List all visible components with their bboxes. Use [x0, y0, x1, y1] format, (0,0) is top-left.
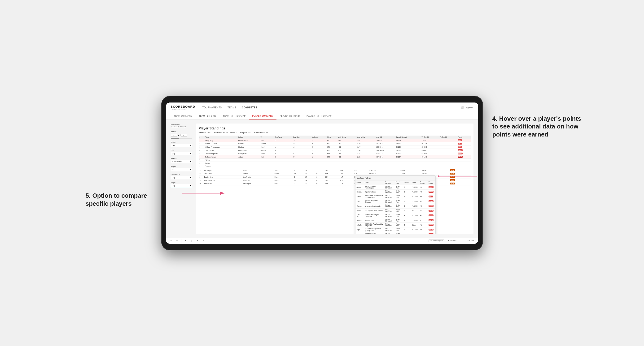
subnav-team-summary[interactable]: TEAM SUMMARY: [171, 113, 196, 120]
col-reg-rank: Reg Rank: [274, 136, 292, 139]
table-row[interactable]: 7Nichi...: [199, 159, 471, 162]
left-annotation-text: 5. Option to compare specific players: [86, 192, 147, 207]
refresh-button[interactable]: ↺: [195, 239, 199, 242]
cell-school: Arizona State: [238, 139, 260, 142]
tcol-player: Player: [356, 180, 364, 185]
tooltip-header-row: Player Event Event Division Event Type R…: [356, 180, 436, 185]
table-row[interactable]: 2 Michael La Sasso Ole Miss Second 11806…: [199, 142, 471, 145]
watch-button[interactable]: 👁 Watch ▾: [446, 239, 458, 242]
filter-division-label: Division: [171, 158, 192, 159]
standings-table: # Player School Yr Reg Rank Conf Rank No…: [199, 136, 471, 168]
gender-dropdown[interactable]: Men ▾: [171, 144, 192, 147]
table-row[interactable]: 9Presto...: [199, 165, 471, 168]
update-time-label: Update time:: [171, 124, 180, 125]
copy-button[interactable]: ⎘: [190, 239, 193, 242]
bottom-toolbar: ↩ ↪ ⬇ ⎘ ↺ ⏱ 👁 View: Original 👁 Watch ▾ ⬇: [166, 238, 478, 244]
tooltip-table: Player Event Event Division Event Type R…: [356, 180, 436, 234]
filter-year: Year (All) ▾: [171, 150, 192, 155]
left-annotation: 5. Option to compare specific players: [86, 192, 152, 208]
subnav-team-h2h-grid[interactable]: TEAM H2H GRID: [195, 113, 220, 120]
download-icon-button[interactable]: ⬇: [460, 239, 464, 242]
table-row[interactable]: 22 Ian GilliganFloridaThird 1024168.7-0.…: [199, 169, 471, 172]
subnav-team-h2h-heatmap[interactable]: TEAM H2H HEATMAP: [220, 113, 249, 120]
cell-points[interactable]: [457, 162, 470, 165]
player-dropdown[interactable]: (All) ▾: [171, 184, 192, 187]
standings-gender-label: Gender:: [199, 132, 206, 134]
table-row[interactable]: 8Matts...: [199, 162, 471, 165]
cell-points[interactable]: [457, 165, 470, 168]
share-icon: ⬆: [467, 240, 469, 242]
col-overall: Overall Record: [395, 136, 420, 139]
subnav-player-h2h-heatmap[interactable]: PLAYER H2H HEATMAP: [303, 113, 335, 120]
division-dropdown[interactable]: NCAA Division I ▾: [171, 160, 192, 163]
region-dropdown[interactable]: N/A ▾: [171, 168, 192, 171]
filter-no-rds: No Rds. -: [171, 131, 192, 139]
col-school: School: [238, 136, 260, 139]
cell-points[interactable]: 68.94: [457, 149, 470, 152]
undo-button[interactable]: ↩: [169, 239, 173, 242]
subnav-player-h2h-grid[interactable]: PLAYER H2H GRID: [276, 113, 303, 120]
filter-gender-label: Gender: [171, 142, 192, 143]
logo-area: SCOREBOARD Powered by clippi: [171, 105, 195, 110]
cell-points[interactable]: 70.2: [457, 145, 470, 149]
col-no-rds: No Rds.: [311, 136, 326, 139]
table-row[interactable]: 3 Michael Thorbjornsen Stanford Fourth 1…: [199, 145, 471, 149]
cell-points[interactable]: 88.2: [457, 139, 470, 142]
nav-tournaments[interactable]: TOURNAMENTS: [202, 105, 222, 110]
chevron-down-icon: ▾: [190, 161, 191, 163]
sign-out-link[interactable]: Sign out: [466, 106, 473, 109]
subnav-player-summary[interactable]: PLAYER SUMMARY: [249, 113, 277, 120]
nav-committee[interactable]: COMMITTEE: [242, 105, 257, 110]
left-arrow-icon: [181, 188, 228, 198]
cell-points[interactable]: [457, 159, 470, 162]
standings-filter-row: Gender: Men Division: NCAA Division I Re…: [199, 132, 471, 134]
tooltip-row: Tiger...SEC Stroke Play hosted by Jerry …: [356, 227, 436, 232]
redo-button[interactable]: ↪: [175, 239, 179, 242]
cell-points[interactable]: 79.3: [457, 142, 470, 145]
share-button[interactable]: ⬆ Share: [466, 239, 475, 242]
cell-player: Wenyi Ding: [204, 139, 238, 142]
header-icon: ⬜: [461, 106, 464, 109]
no-rds-slider[interactable]: [171, 138, 192, 139]
col-points: Points: [457, 136, 470, 139]
table-panel: Player Standings Gender: Men Division: N…: [196, 124, 474, 234]
cell-points[interactable]: 60.49: [457, 152, 470, 155]
watch-icon: 👁: [448, 240, 449, 242]
year-dropdown[interactable]: (All) ▾: [171, 152, 192, 155]
tooltip-row: Alex G...Fallen Oak Collegiate Invitatio…: [356, 213, 436, 218]
col-vs25: Vs Top 25: [420, 136, 438, 139]
table-row[interactable]: 6 Jackson Koivun Auburn First 227187.5-2…: [199, 155, 471, 159]
tcol-points: W Points: [427, 180, 435, 185]
tooltip-row: Jake I...The Cypress Point ClassicNCAA D…: [356, 208, 436, 213]
nav-teams[interactable]: TEAMS: [228, 105, 236, 110]
filter-year-label: Year: [171, 150, 192, 151]
tooltip-row: Mave...Amer An IntercollegiateNCAA Divis…: [356, 204, 436, 208]
filter-gender: Gender Men ▾: [171, 142, 192, 147]
conference-dropdown[interactable]: (All) ▾: [171, 176, 192, 179]
table-row[interactable]: 23 Jack LundinMissouriFourth 1124068.5-2…: [199, 172, 471, 175]
filter-conference: Conference (All) ▾: [171, 173, 192, 179]
no-rds-min-input[interactable]: [171, 134, 178, 137]
table-row[interactable]: 5 Christo Lamprecht Georgia Tech Fourth …: [199, 152, 471, 155]
timer-button[interactable]: ⏱: [201, 239, 206, 242]
tablet-screen: SCOREBOARD Powered by clippi TOURNAMENTS…: [166, 103, 478, 244]
cell-vs25: 17-23-0: [420, 139, 438, 142]
filter-region-label: Region: [171, 166, 192, 167]
view-original-button[interactable]: 👁 View: Original: [428, 239, 444, 242]
tablet-frame: SCOREBOARD Powered by clippi TOURNAMENTS…: [161, 96, 483, 250]
table-row[interactable]: 4 Luke Clanton Florida State Second 5272…: [199, 149, 471, 152]
filter-region: Region N/A ▾: [171, 166, 192, 171]
download-button[interactable]: ⬇: [183, 239, 188, 242]
tcol-type: Event Type: [394, 180, 403, 185]
no-rds-max-input[interactable]: [180, 134, 187, 137]
cell-avg-sg: 381-61-11: [375, 139, 395, 142]
table-header-row: # Player School Yr Reg Rank Conf Rank No…: [199, 136, 471, 139]
cell-wins: 61.7: [326, 139, 338, 142]
main-content: Update time: 27/01/2024 16:56:26 No Rds.…: [166, 120, 478, 238]
cell-points[interactable]: 58.18: [457, 155, 470, 159]
tooltip-row: David...Williams CupNCAA Division IStrok…: [356, 218, 436, 222]
filter-player: Player (All) ▾: [171, 182, 192, 187]
division-value: NCAA Division I: [172, 161, 182, 162]
region-value: N/A: [172, 169, 175, 171]
table-row[interactable]: 1 Wenyi Ding Arizona State First 1 15 1 …: [199, 139, 471, 142]
